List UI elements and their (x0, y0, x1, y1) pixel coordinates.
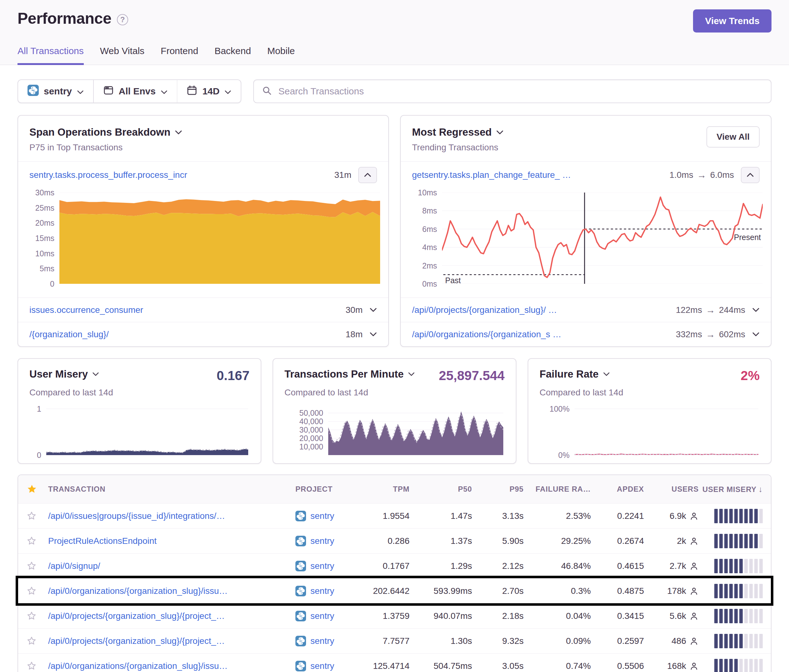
tab-all-transactions[interactable]: All Transactions (18, 46, 84, 65)
table-row[interactable]: /api/0/signup/sentry0.17671.29s2.12s46.8… (18, 553, 771, 578)
column-header-user-misery[interactable]: USER MISERY↓ (699, 484, 763, 494)
transaction-link[interactable]: /api/0/issues|groups/{issue_id}/integrat… (48, 511, 295, 521)
transaction-link[interactable]: /api/0/projects/{organization_slug}/{pro… (48, 611, 295, 621)
project-link[interactable]: sentry (310, 636, 334, 646)
stat-card-user-misery: User Misery0.167Compared to last 14d10 (18, 358, 261, 464)
expand-button[interactable] (752, 308, 760, 312)
card-title-dropdown[interactable]: User Misery (29, 368, 99, 380)
transaction-link[interactable]: /api/0/signup/ (48, 561, 295, 571)
regressed-item-link[interactable]: /api/0/organizations/{organization_s … (412, 329, 561, 340)
misery-bar (724, 634, 728, 648)
favorite-toggle[interactable] (26, 586, 48, 596)
python-project-icon (295, 611, 306, 621)
search-transactions[interactable] (253, 80, 771, 103)
view-all-button[interactable]: View All (706, 126, 760, 147)
expand-button[interactable] (752, 332, 760, 337)
view-trends-button[interactable]: View Trends (693, 10, 771, 32)
transaction-link[interactable]: /api/0/organizations/{organization_slug}… (48, 661, 295, 671)
column-header-tpm[interactable]: TPM (359, 485, 409, 493)
regression-from-value: 1.0ms (669, 170, 693, 180)
favorite-toggle[interactable] (26, 636, 48, 646)
star-icon[interactable] (26, 536, 37, 546)
project-link[interactable]: sentry (310, 611, 334, 621)
user-misery-bars (699, 584, 763, 598)
tab-web-vitals[interactable]: Web Vitals (100, 46, 144, 65)
collapse-button[interactable] (741, 167, 760, 183)
column-header-transaction[interactable]: TRANSACTION (48, 485, 295, 493)
star-icon[interactable] (26, 511, 37, 521)
column-header-failure-ra-[interactable]: FAILURE RA… (524, 485, 591, 493)
column-header-p-[interactable]: P95 (472, 485, 524, 493)
help-icon[interactable]: ? (117, 14, 128, 25)
collapse-button[interactable] (358, 167, 377, 183)
failure-cell: 29.25% (524, 536, 591, 546)
performance-page: Performance ? View Trends All Transactio… (0, 0, 789, 672)
transaction-link[interactable]: ProjectRuleActionsEndpoint (48, 536, 295, 546)
regressed-item-link[interactable]: getsentry.tasks.plan_change_feature_ … (412, 170, 571, 180)
star-icon[interactable] (26, 611, 37, 621)
misery-bar (759, 509, 763, 523)
environment-filter[interactable]: All Envs (94, 80, 177, 102)
misery-bar (749, 659, 753, 672)
column-header-p-[interactable]: P50 (409, 485, 472, 493)
star-icon[interactable] (26, 561, 37, 571)
project-link[interactable]: sentry (310, 561, 334, 571)
axis-tick-label: 8ms (422, 206, 437, 215)
column-header-apdex[interactable]: APDEX (591, 485, 644, 493)
expand-button[interactable] (369, 332, 377, 337)
favorite-toggle[interactable] (26, 611, 48, 621)
span-panel-title-dropdown[interactable]: Span Operations Breakdown (29, 126, 182, 138)
regressed-item-link[interactable]: /api/0/projects/{organization_slug}/ … (412, 305, 557, 315)
table-header-row: TRANSACTIONPROJECTTPMP50P95FAILURE RA…AP… (18, 475, 771, 503)
table-row[interactable]: ProjectRuleActionsEndpointsentry0.2861.3… (18, 528, 771, 553)
column-header-users[interactable]: USERS (644, 485, 699, 493)
table-row[interactable]: /api/0/organizations/{organization_slug}… (18, 578, 771, 603)
misery-bar (734, 659, 738, 672)
misery-bar (724, 559, 728, 573)
column-header-project[interactable]: PROJECT (295, 485, 359, 493)
project-link[interactable]: sentry (310, 661, 334, 671)
project-link[interactable]: sentry (310, 586, 334, 596)
favorites-column-header[interactable] (26, 484, 48, 495)
table-row[interactable]: /api/0/issues|groups/{issue_id}/integrat… (18, 503, 771, 528)
span-item-link[interactable]: issues.occurrence_consumer (29, 305, 143, 315)
favorite-toggle[interactable] (26, 661, 48, 671)
axis-tick-label: 0ms (422, 279, 437, 289)
star-icon[interactable] (26, 661, 37, 671)
tab-mobile[interactable]: Mobile (267, 46, 295, 65)
card-title-dropdown[interactable]: Transactions Per Minute (284, 368, 415, 380)
axis-tick-label: 100% (549, 404, 570, 413)
table-row[interactable]: /api/0/organizations/{organization_slug}… (18, 653, 771, 672)
favorite-toggle[interactable] (26, 511, 48, 521)
misery-bar (739, 634, 743, 648)
user-icon (689, 536, 699, 546)
star-icon[interactable] (26, 484, 38, 495)
favorite-toggle[interactable] (26, 536, 48, 546)
table-row[interactable]: /api/0/projects/{organization_slug}/{pro… (18, 603, 771, 628)
favorite-toggle[interactable] (26, 561, 48, 571)
tab-backend[interactable]: Backend (214, 46, 251, 65)
star-icon[interactable] (26, 636, 37, 646)
date-range-filter[interactable]: 14D (177, 80, 241, 102)
project-link[interactable]: sentry (310, 536, 334, 546)
card-title-dropdown[interactable]: Failure Rate (540, 368, 610, 380)
span-panel-title: Span Operations Breakdown (29, 126, 170, 138)
span-item-link[interactable]: /{organization_slug}/ (29, 329, 109, 340)
misery-bar (744, 659, 748, 672)
transaction-link[interactable]: /api/0/projects/{organization_slug}/{pro… (48, 636, 295, 646)
search-input[interactable] (278, 86, 763, 97)
span-item-link[interactable]: sentry.tasks.process_buffer.process_incr (29, 170, 187, 180)
star-icon[interactable] (26, 586, 37, 596)
failure-cell: 46.84% (524, 561, 591, 571)
expand-button[interactable] (369, 308, 377, 312)
transaction-link[interactable]: /api/0/organizations/{organization_slug}… (48, 586, 295, 596)
project-filter[interactable]: sentry (18, 80, 93, 102)
regressed-panel-title-dropdown[interactable]: Most Regressed (412, 126, 504, 138)
chevron-up-icon (746, 172, 754, 177)
user-icon (689, 511, 699, 521)
tab-frontend[interactable]: Frontend (161, 46, 198, 65)
table-row[interactable]: /api/0/projects/{organization_slug}/{pro… (18, 628, 771, 653)
project-link[interactable]: sentry (310, 511, 334, 521)
users-cell: 168k (644, 661, 699, 671)
misery-bar (714, 609, 718, 623)
